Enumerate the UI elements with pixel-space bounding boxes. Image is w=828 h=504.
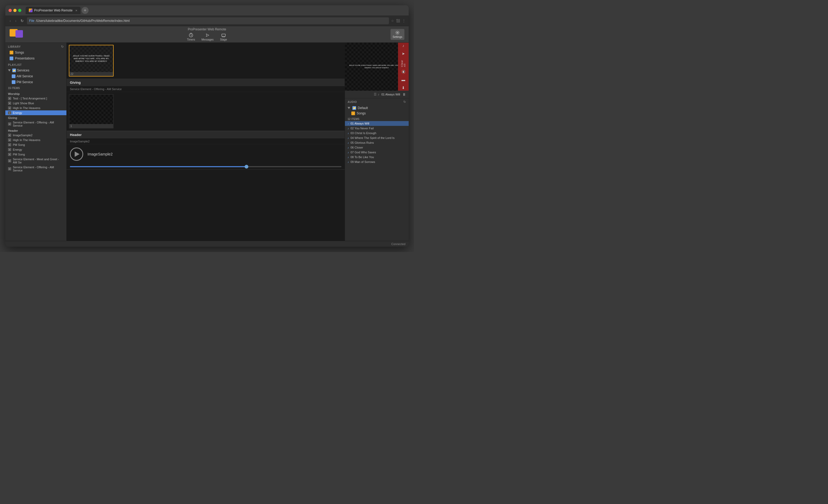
minimize-window-button[interactable] [13, 9, 16, 12]
pause-button[interactable]: ⏸ [402, 92, 406, 96]
header-section-header: Header [67, 131, 345, 139]
slide-icon: ▪ [8, 159, 11, 162]
playlist-label: PLAYLIST [8, 64, 22, 67]
active-tab[interactable]: ProPresenter Web Remote ✕ [26, 7, 81, 14]
play-button[interactable] [70, 148, 83, 161]
services-expand-icon [8, 69, 11, 72]
bookmark-icon[interactable]: ☆ [391, 19, 394, 23]
list-item[interactable]: ▪ Service Element - Offering - AM Servic… [5, 165, 67, 173]
list-item[interactable]: ▪ PM Song [5, 142, 67, 147]
stage-button[interactable]: Stage [220, 33, 227, 41]
progress-track[interactable] [70, 166, 341, 167]
services-tree-item[interactable]: 📁 Services [5, 68, 67, 73]
audio-track-label: 09 Man of Sorrows [350, 160, 375, 164]
slide-card-active[interactable]: JESUS YOU'RE EVERYTHING I NEED AND MORE … [69, 45, 114, 77]
forward-button[interactable]: › [14, 18, 17, 24]
sidebar-item-songs[interactable]: ♪ Songs [5, 50, 67, 55]
address-input[interactable]: File /Users/lukebradtke/Documents/GitHub… [27, 17, 389, 24]
settings-button[interactable]: Settings [390, 29, 404, 40]
active-item-label: Energy [13, 111, 22, 114]
refresh-button[interactable]: ↻ [19, 18, 25, 24]
list-item-active[interactable]: ▪ Energy [5, 111, 67, 115]
app-container: ProPresenter Web Remote Timers Messages … [5, 26, 409, 247]
list-item[interactable]: ▪ ImageSample2 [5, 133, 67, 138]
play-icon [75, 152, 80, 157]
playlist-section-header: PLAYLIST [5, 61, 67, 68]
tab-bar: ProPresenter Web Remote ✕ + [26, 7, 406, 14]
slide-icon: ▪ [8, 97, 11, 100]
slide-icon: ▪ [8, 101, 11, 105]
list-item[interactable]: ▪ Light Show Blue [5, 101, 67, 106]
library-refresh-button[interactable]: ↻ [61, 45, 64, 48]
slide-icon-active: ▪ [8, 111, 11, 114]
status-bar: Connected [5, 241, 409, 247]
audio-track-01[interactable]: ♪ 01 Always Will [345, 121, 409, 126]
giving-slide-card[interactable]: 1 [69, 94, 114, 129]
slide-grid: JESUS YOU'RE EVERYTHING I NEED AND MORE … [69, 45, 342, 77]
audio-refresh-button[interactable]: ↻ [403, 100, 406, 104]
audio-default-folder[interactable]: 📁 Default [345, 105, 409, 111]
audio-items-count: 12 ITEMS [345, 116, 409, 121]
audio-track-09[interactable]: ♪ 09 Man of Sorrows [345, 160, 409, 164]
mute-tool-button[interactable]: 🔇 [399, 69, 407, 75]
list-item[interactable]: ▪ Service Element - Offering - AM Servic… [5, 120, 67, 128]
download-tool-button[interactable]: ⬇ [399, 85, 407, 91]
pm-service-label: PM Service [16, 80, 33, 84]
now-playing-icons: ☰ ♪ [374, 92, 379, 96]
audio-note-icon: ♪ [347, 141, 349, 144]
app-header: ProPresenter Web Remote Timers Messages … [5, 26, 409, 43]
audio-songs-folder[interactable]: ♪ Songs [345, 111, 409, 116]
tab-close-button[interactable]: ✕ [75, 9, 77, 12]
timers-button[interactable]: Timers [187, 33, 195, 41]
audio-track-06[interactable]: ♪ 06 Closer [345, 145, 409, 150]
giving-slide-grid: 1 [69, 94, 342, 129]
close-window-button[interactable] [8, 9, 12, 12]
extensions-icon[interactable]: ⬛ [396, 19, 400, 23]
back-button[interactable]: ‹ [8, 18, 12, 24]
audio-track-03[interactable]: ♪ 03 Christ Is Enough [345, 131, 409, 135]
progress-container [67, 164, 345, 169]
giving-section-label: Giving [5, 115, 67, 120]
audio-folder-icon: 📁 [353, 106, 356, 110]
items-count: 15 ITEMS [5, 85, 67, 90]
messages-button[interactable]: Messages [201, 33, 214, 41]
audio-track-07[interactable]: ♪ 07 God Who Saves [345, 150, 409, 155]
list-item[interactable]: ▪ High In The Heavens [5, 106, 67, 111]
slide-icon: ▪ [8, 134, 11, 137]
sidebar-item-presentations[interactable]: Presentations [5, 55, 67, 61]
library-section-header: LIBRARY ↻ [5, 43, 67, 50]
list-item[interactable]: ▪ Energy [5, 147, 67, 152]
music-tool-button[interactable]: ♪ [399, 43, 407, 48]
pm-service-tree-item[interactable]: PM Service [5, 79, 67, 85]
audio-track-08[interactable]: ♪ 08 To Be Like You [345, 155, 409, 160]
address-path: /Users/lukebradtke/Documents/GitHub/ProW… [36, 19, 130, 23]
list-item[interactable]: ▪ PM Song [5, 152, 67, 157]
clear-all-label: Clear All [401, 59, 406, 67]
slide-text: JESUS YOU'RE EVERYTHING I NEED AND MORE … [72, 55, 111, 62]
am-service-tree-item[interactable]: AM Service [5, 73, 67, 79]
right-tool-strip: ♪ ➤ Clear All 🔇 ▬ ⬇ [398, 43, 409, 91]
list-item[interactable]: ▪ Test - [ Test Arrangement ] [5, 96, 67, 101]
progress-thumb[interactable] [245, 165, 248, 169]
left-sidebar: LIBRARY ↻ ♪ Songs Presentations PLAYLIST… [5, 43, 67, 241]
fullscreen-window-button[interactable] [18, 9, 22, 12]
media-player: ImageSample2 [67, 144, 345, 164]
audio-track-label: 03 Christ Is Enough [350, 131, 376, 135]
send-tool-button[interactable]: ➤ [399, 51, 407, 56]
list-item[interactable]: ▪ Service Element - Meet and Greet - AM … [5, 157, 67, 165]
traffic-lights [8, 9, 22, 12]
giving-slide-number: 1 [69, 124, 113, 128]
address-bar-container: ‹ › ↻ File /Users/lukebradtke/Documents/… [5, 15, 409, 26]
menu-icon[interactable]: ⋮ [402, 19, 406, 23]
audio-track-02[interactable]: ♪ 02 You Never Fail [345, 126, 409, 131]
new-tab-button[interactable]: + [82, 7, 89, 14]
audio-track-05[interactable]: ♪ 05 Glorious Ruins [345, 140, 409, 145]
slide-number: 22 [69, 72, 113, 76]
audio-track-label: 07 God Who Saves [350, 151, 376, 154]
browser-toolbar-icons: ☆ ⬛ ⋮ [391, 19, 406, 23]
audio-track-label: 04 Where The Spirit of the Lord Is [350, 136, 395, 139]
audio-folder-expand-icon [347, 107, 350, 109]
monitor-tool-button[interactable]: ▬ [399, 77, 407, 83]
audio-track-04[interactable]: ♪ 04 Where The Spirit of the Lord Is [345, 135, 409, 140]
list-item[interactable]: ▪ High In The Heavens [5, 138, 67, 142]
